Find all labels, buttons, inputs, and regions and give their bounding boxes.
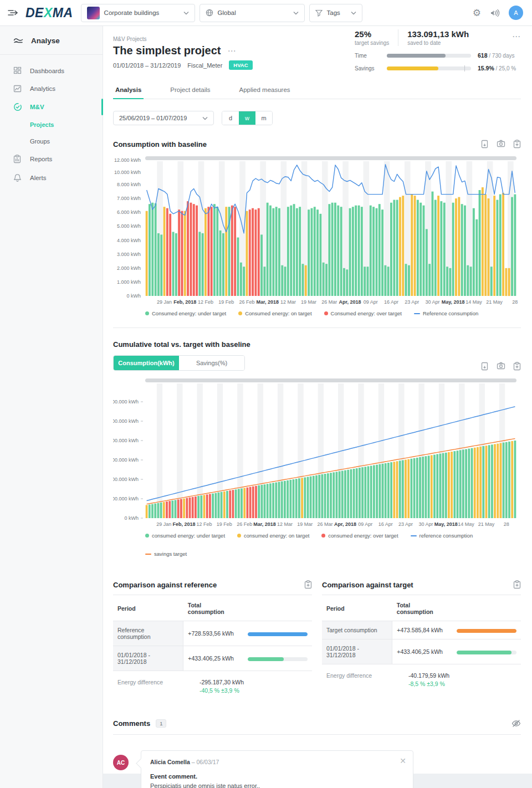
mv-icon bbox=[13, 103, 22, 111]
svg-text:12.000 kWh: 12.000 kWh bbox=[114, 157, 141, 163]
sidebar-section-title: Analyse bbox=[31, 37, 60, 45]
sidebar-item-label: Dashboards bbox=[30, 68, 64, 74]
tab-analysis[interactable]: Analysis bbox=[113, 83, 144, 99]
svg-text:12 Feb: 12 Feb bbox=[196, 521, 212, 527]
sidebar-item-dashboards[interactable]: Dashboards bbox=[0, 62, 103, 80]
svg-text:Apr, 2018: Apr, 2018 bbox=[334, 521, 356, 527]
svg-text:29 Jan: 29 Jan bbox=[156, 521, 171, 527]
legend-item[interactable]: savings target bbox=[145, 551, 187, 557]
chevron-down-icon bbox=[351, 11, 356, 15]
sidebar-item-label: Reports bbox=[30, 156, 52, 162]
svg-text:09 Apr: 09 Apr bbox=[364, 299, 378, 305]
cumulative-toggle: Consumption(kWh)Savings(%) bbox=[113, 355, 245, 371]
legend-item[interactable]: reference consumption bbox=[411, 533, 473, 539]
svg-text:14 May: 14 May bbox=[466, 299, 482, 305]
energy-difference-row: Energy difference-295.187,30 kWh-40,5 % … bbox=[113, 679, 312, 694]
svg-text:10.000 kWh: 10.000 kWh bbox=[114, 170, 141, 175]
svg-text:23 Apr: 23 Apr bbox=[405, 299, 419, 305]
chart2-title: Cumulative total vs. target with baselin… bbox=[113, 340, 250, 349]
date-range-select[interactable]: 25/06/2019 – 01/07/2019 bbox=[113, 111, 214, 125]
project-date-range: 01/01/2018 – 31/12/2019 bbox=[113, 62, 181, 69]
svg-text:5.000 kWh: 5.000 kWh bbox=[117, 223, 141, 229]
toggle-consumption-kwh-[interactable]: Consumption(kWh) bbox=[114, 356, 179, 370]
hide-comments-eye-off-icon[interactable] bbox=[511, 719, 521, 728]
legend-item[interactable]: Consumed energy: over target bbox=[324, 310, 402, 316]
date-range-value: 25/06/2019 – 01/07/2019 bbox=[119, 115, 195, 121]
scope-selector[interactable]: Global bbox=[200, 4, 305, 22]
svg-text:4.000 kWh: 4.000 kWh bbox=[117, 238, 141, 243]
sidebar-item-m-v[interactable]: M&V bbox=[0, 98, 103, 116]
comparison-against-reference: Comparison against referencePeriodTotal … bbox=[113, 580, 312, 694]
svg-text:28: 28 bbox=[512, 299, 518, 305]
time-progress-bar bbox=[387, 54, 471, 58]
table-row: Target consumption+473.585,84 kWh bbox=[322, 621, 521, 639]
analyse-icon bbox=[13, 37, 23, 45]
comment-body: Perspiciatis unde omnis iste natus error… bbox=[150, 782, 404, 788]
globe-icon bbox=[206, 9, 213, 17]
tab-applied-measures[interactable]: Applied measures bbox=[237, 83, 293, 99]
consumption-chart[interactable]: 0 kWh1.000 kWh2.000 kWh3.000 kWh4.000 kW… bbox=[113, 154, 521, 309]
svg-text:21 May: 21 May bbox=[478, 521, 495, 527]
table-row: 01/01/2018 - 31/12/2018+433.406,25 kWh bbox=[322, 639, 521, 664]
granularity-w[interactable]: w bbox=[239, 111, 255, 125]
snapshot-camera-icon[interactable] bbox=[497, 362, 505, 371]
user-avatar[interactable]: A bbox=[509, 6, 523, 20]
legend-item[interactable]: consumed energy: over target bbox=[321, 533, 398, 539]
saved-to-date-label: saved to date bbox=[407, 40, 469, 46]
comment-close-icon[interactable]: ✕ bbox=[400, 756, 406, 765]
tab-project-details[interactable]: Project details bbox=[168, 83, 212, 99]
copy-clipboard-icon[interactable] bbox=[513, 362, 521, 371]
svg-text:12 Feb: 12 Feb bbox=[198, 299, 213, 305]
sidebar-item-alerts[interactable]: Alerts bbox=[0, 168, 103, 187]
consumption-chart-legend: Consumed energy: under targetConsumed en… bbox=[145, 310, 521, 316]
granularity-d[interactable]: d bbox=[222, 111, 239, 125]
export-file-icon[interactable] bbox=[480, 140, 489, 149]
sidebar-item-label: M&V bbox=[30, 104, 44, 110]
sidebar-item-groups[interactable]: Groups bbox=[0, 133, 103, 150]
tags-selector[interactable]: Tags bbox=[309, 4, 362, 22]
svg-text:28: 28 bbox=[504, 521, 509, 527]
cumulative-chart[interactable]: 0 kWh200.000 kWh400.000 kWh600.000 kWh80… bbox=[113, 376, 521, 531]
legend-item[interactable]: Reference consumption bbox=[414, 310, 478, 316]
svg-text:May, 2018: May, 2018 bbox=[434, 521, 458, 527]
title-more-icon[interactable]: ⋯ bbox=[228, 46, 237, 56]
chevron-down-icon bbox=[183, 11, 189, 15]
building-selector[interactable]: Corporate buildings bbox=[81, 4, 195, 22]
sidebar-item-analytics[interactable]: Analytics bbox=[0, 80, 103, 98]
copy-clipboard-icon[interactable] bbox=[513, 580, 521, 589]
chevron-down-icon bbox=[293, 11, 299, 15]
announcements-megaphone-icon[interactable] bbox=[490, 9, 500, 17]
settings-gear-icon[interactable]: ⚙ bbox=[473, 8, 481, 18]
toggle-savings-[interactable]: Savings(%) bbox=[179, 356, 244, 370]
svg-text:3.000 kWh: 3.000 kWh bbox=[117, 252, 141, 257]
stats-more-icon[interactable]: ⋯ bbox=[512, 32, 521, 42]
export-file-icon[interactable] bbox=[480, 362, 489, 371]
svg-text:Feb, 2018: Feb, 2018 bbox=[173, 521, 196, 527]
svg-text:16 Apr: 16 Apr bbox=[378, 521, 393, 527]
svg-text:19 Feb: 19 Feb bbox=[217, 521, 232, 527]
savings-progress-bar bbox=[387, 66, 471, 70]
collapse-sidebar-icon[interactable] bbox=[0, 9, 25, 17]
granularity-m[interactable]: m bbox=[255, 111, 272, 125]
legend-item[interactable]: consumed energy: on target bbox=[237, 533, 309, 539]
sidebar-item-projects[interactable]: Projects bbox=[0, 116, 103, 133]
legend-item[interactable]: Consumed energy: on target bbox=[238, 310, 311, 316]
comments-count-badge: 1 bbox=[156, 719, 166, 728]
svg-text:Feb, 2018: Feb, 2018 bbox=[173, 299, 196, 305]
energy-difference-row: Energy difference-40.179,59 kWh-8,5 % ±3… bbox=[322, 672, 521, 687]
copy-clipboard-icon[interactable] bbox=[513, 140, 521, 149]
comparison-against-target: Comparison against targetPeriodTotal con… bbox=[322, 580, 521, 694]
main-content: M&V Projects The simplest project ⋯ 01/0… bbox=[103, 26, 532, 774]
legend-item[interactable]: Consumed energy: under target bbox=[145, 310, 226, 316]
snapshot-camera-icon[interactable] bbox=[497, 140, 505, 149]
sidebar-item-reports[interactable]: Reports bbox=[0, 150, 103, 168]
building-selector-label: Corporate buildings bbox=[104, 9, 176, 16]
comment-date: – 06/03/17 bbox=[190, 759, 219, 765]
svg-text:1.200.000 kWh: 1.200.000 kWh bbox=[113, 399, 139, 405]
svg-text:May, 2018: May, 2018 bbox=[442, 299, 465, 305]
legend-item[interactable]: consumed energy: under target bbox=[145, 533, 225, 539]
project-tag-badge: HVAC bbox=[229, 60, 252, 70]
copy-clipboard-icon[interactable] bbox=[304, 580, 312, 589]
svg-text:2.000 kWh: 2.000 kWh bbox=[117, 265, 141, 271]
sidebar-item-label: Groups bbox=[30, 138, 50, 145]
